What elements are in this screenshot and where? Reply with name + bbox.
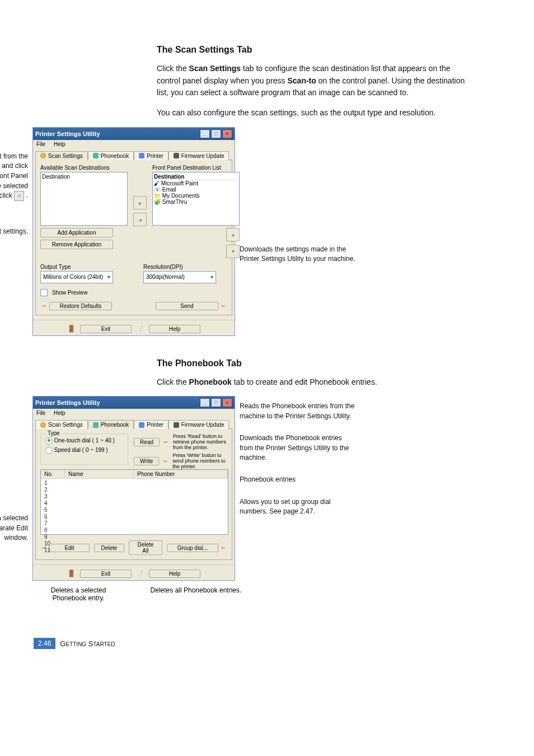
list-item[interactable]: 2: [44, 487, 224, 493]
speed-dial-label: Speed dial ( 0 ~ 199 ): [54, 447, 108, 454]
edit-button[interactable]: Edit: [49, 544, 90, 552]
list-item[interactable]: 🧩 SmarThru: [154, 199, 238, 205]
arrow-icon: ←: [221, 544, 227, 552]
show-preview-label: Show Preview: [52, 290, 87, 296]
titlebar: Printer Settings Utility _ □ ×: [33, 396, 235, 409]
callout-phonebook-entries: Phonebook entries: [240, 475, 357, 484]
add-application-button[interactable]: Add Application: [40, 228, 113, 237]
text: Click the: [157, 64, 189, 73]
list-item[interactable]: 3: [44, 493, 224, 500]
list-item[interactable]: 4: [44, 500, 224, 507]
callout-deletes-selected: Deletes a selected Phonebook entry.: [34, 586, 123, 602]
callout-deletes-all: Deletes all Phonebook entries.: [146, 586, 246, 602]
send-button[interactable]: Send: [156, 302, 218, 310]
maximize-button[interactable]: □: [211, 129, 221, 138]
tab-label: Scan Settings: [48, 422, 83, 428]
tab-phonebook[interactable]: Phonebook: [88, 420, 134, 429]
tab-scan-settings[interactable]: Scan Settings: [35, 151, 88, 160]
firmware-icon: [174, 153, 179, 158]
tab-label: Firmware Update: [181, 153, 224, 159]
scan-settings-heading: The Scan Settings Tab: [157, 45, 476, 55]
move-down-button[interactable]: ▾: [226, 245, 240, 258]
tab-label: Scan Settings: [48, 153, 83, 159]
menu-file[interactable]: File: [36, 410, 45, 416]
callout-edit-entry: Allows you to edit a selected Phonebook …: [0, 514, 28, 543]
list-item[interactable]: 6: [44, 514, 224, 520]
move-up-button[interactable]: ▴: [226, 228, 240, 241]
list-item[interactable]: 7: [44, 520, 224, 527]
maximize-button[interactable]: □: [211, 398, 221, 407]
bold-scan-to: Scan-to: [287, 76, 316, 85]
tab-printer[interactable]: Printer: [134, 420, 168, 429]
close-button[interactable]: ×: [222, 129, 232, 138]
text: Click the: [157, 377, 189, 386]
gear-icon: [40, 153, 46, 158]
exit-button[interactable]: Exit: [80, 325, 132, 333]
minimize-button[interactable]: _: [200, 398, 210, 407]
exit-icon: 🚪: [67, 570, 76, 578]
remove-application-button[interactable]: Remove Application: [40, 240, 113, 249]
list-item[interactable]: 5: [44, 507, 224, 514]
available-destinations-list[interactable]: Destination: [40, 172, 128, 226]
arrow-icon: →: [40, 544, 47, 552]
show-preview-checkbox[interactable]: [40, 289, 48, 296]
menubar: File Help: [33, 409, 235, 417]
tab-row: Scan Settings Phonebook Printer Firmware…: [33, 417, 235, 428]
text: Select the program you want from the Ava…: [0, 152, 28, 170]
bold-phonebook: Phonebook: [189, 377, 232, 386]
phonebook-heading: The Phonebook Tab: [157, 358, 476, 368]
label-front-panel-list: Front Panel Destination List: [152, 165, 240, 171]
tab-firmware[interactable]: Firmware Update: [168, 151, 229, 160]
callout-downloads-settings: Downloads the settings made in the Print…: [240, 245, 357, 264]
move-right-button[interactable]: ▸: [133, 196, 147, 209]
menu-help[interactable]: Help: [54, 141, 65, 147]
label-resolution: Resolution(DPI): [143, 264, 227, 270]
one-touch-radio[interactable]: [45, 437, 53, 445]
restore-defaults-button[interactable]: Restore Defaults: [49, 302, 112, 310]
callout-select-program: Select the program you want from the Ava…: [0, 152, 28, 201]
resolution-select[interactable]: 300dpi(Normal): [143, 271, 216, 283]
menu-help[interactable]: Help: [54, 410, 65, 416]
help-button[interactable]: Help: [149, 570, 200, 578]
tab-phonebook[interactable]: Phonebook: [88, 151, 134, 160]
phonebook-window: Printer Settings Utility _ □ × File Help…: [32, 396, 235, 581]
tab-firmware[interactable]: Firmware Update: [168, 420, 229, 429]
type-group-label: Type: [45, 430, 62, 436]
phonebook-para: Click the Phonebook tab to create and ed…: [157, 376, 476, 389]
exit-button[interactable]: Exit: [80, 570, 132, 578]
help-icon: ❔: [136, 570, 144, 578]
tab-row: Scan Settings Phonebook Printer Firmware…: [33, 148, 235, 160]
tab-label: Phonebook: [101, 422, 129, 428]
printer-icon: [139, 422, 144, 428]
delete-all-button[interactable]: Delete All: [129, 540, 162, 555]
list-item[interactable]: 🖌 Microsoft Paint: [154, 180, 238, 186]
list-item[interactable]: 8: [44, 527, 224, 534]
phonebook-list[interactable]: No. Name Phone Number 1 2 3 4 5 6 7: [40, 469, 228, 535]
write-hint: Press 'Write' button to send phone numbe…: [172, 452, 227, 469]
tab-printer[interactable]: Printer: [134, 151, 168, 160]
output-type-select[interactable]: Millions of Colors (24bit): [40, 271, 113, 283]
help-button[interactable]: Help: [149, 325, 200, 333]
remove-arrow-icon: <: [14, 191, 24, 201]
page-footer: 2.46 GETTING STARTED: [34, 638, 115, 649]
list-item[interactable]: 1: [44, 480, 224, 487]
menu-file[interactable]: File: [36, 141, 45, 147]
delete-button[interactable]: Delete: [94, 544, 124, 552]
write-button[interactable]: Write: [134, 457, 159, 465]
list-item[interactable]: 📁 My Documents: [154, 193, 238, 199]
speed-dial-radio[interactable]: [45, 447, 53, 454]
move-left-button[interactable]: ◂: [133, 213, 147, 226]
group-dial-button[interactable]: Group dial...: [167, 544, 218, 552]
close-button[interactable]: ×: [222, 398, 232, 407]
arrow-icon: ←: [221, 302, 227, 310]
tab-label: Firmware Update: [181, 422, 224, 428]
list-item[interactable]: 📧 Email: [154, 186, 238, 193]
minimize-button[interactable]: _: [200, 129, 210, 138]
front-panel-list[interactable]: Destination 🖌 Microsoft Paint 📧 Email 📁 …: [152, 172, 240, 226]
list-item[interactable]: 9: [44, 534, 224, 540]
col-name: Name: [65, 470, 134, 478]
read-button[interactable]: Read: [134, 438, 160, 446]
bold-scan-settings: Scan Settings: [189, 64, 241, 73]
menubar: File Help: [33, 140, 235, 148]
tab-scan-settings[interactable]: Scan Settings: [35, 420, 88, 429]
